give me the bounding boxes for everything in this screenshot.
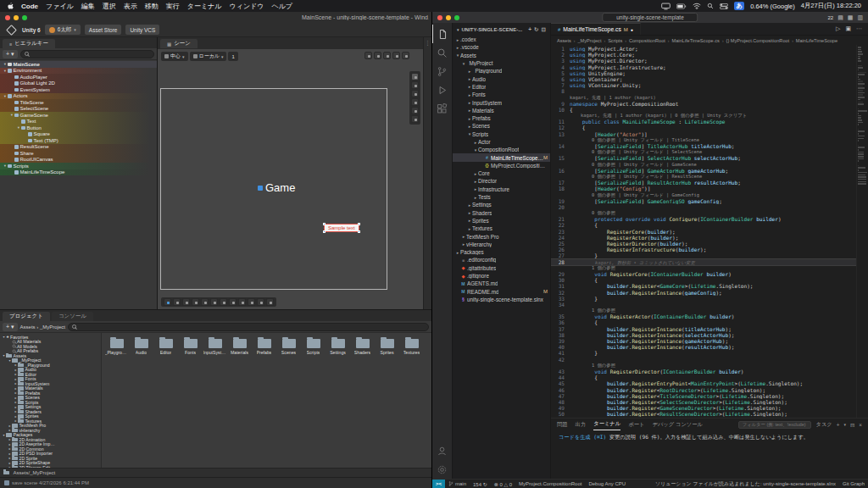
explorer-item[interactable]: MREADME.mdM xyxy=(453,288,550,296)
panel-tab[interactable]: デバッグ コンソール xyxy=(652,419,703,430)
explorer-item[interactable]: ▾Scripts xyxy=(453,130,550,138)
ime-indicator[interactable]: あ xyxy=(734,2,744,10)
refresh-icon[interactable]: ↻ xyxy=(534,26,538,33)
explorer-item[interactable]: ▸TextMesh Pro xyxy=(453,232,550,240)
build-configuration[interactable]: Debug Any CPU xyxy=(585,481,629,486)
control-center-icon[interactable] xyxy=(720,3,728,10)
explorer-item[interactable]: ▸Director xyxy=(453,177,550,185)
explorer-item[interactable]: ▸Infrastructure xyxy=(453,186,550,193)
selection-handle[interactable] xyxy=(323,230,326,233)
selection-handle[interactable] xyxy=(358,230,360,233)
code-line[interactable]: 1using MyProject.Actor; xyxy=(551,46,856,52)
hierarchy-search-input[interactable] xyxy=(20,50,154,58)
hierarchy-item[interactable]: ▾Button xyxy=(0,125,157,131)
hierarchy-item[interactable]: ResultScene xyxy=(0,144,157,151)
explorer-item[interactable]: ▸Prefabs xyxy=(453,114,550,122)
hierarchy-item[interactable]: AudioPlayer xyxy=(0,74,157,80)
hierarchy-item[interactable]: Share xyxy=(0,150,157,157)
game-title-text[interactable]: Game xyxy=(258,181,295,194)
code-line[interactable]: 46 builder.Register<RootDirector>(Lifeti… xyxy=(551,387,856,393)
sample-text-object[interactable]: Sample text xyxy=(324,224,359,232)
hierarchy-tab[interactable]: ≡ヒエラルキー xyxy=(3,39,55,48)
code-line[interactable]: 42 xyxy=(551,357,856,363)
menubar-menu-item[interactable]: 編集 xyxy=(81,2,95,11)
view-options-icon[interactable] xyxy=(402,52,409,59)
project-folder[interactable]: Prefabs xyxy=(252,336,276,355)
code-line[interactable]: 38 builder.RegisterInstance(selectActorH… xyxy=(551,332,856,338)
hierarchy-item[interactable]: Text xyxy=(0,119,157,125)
terminal-content[interactable]: コードを生成 (⌘I) 変更の説明 (96 件)。入力を検証して組み込み、中断は… xyxy=(551,430,868,479)
source-control-icon[interactable] xyxy=(432,62,453,80)
toggle-sidebar-icon[interactable]: ▤ xyxy=(837,14,843,21)
orientation-toggle-button[interactable]: ローカル▾ xyxy=(190,52,227,61)
codelens-line[interactable]: 0 個の参照 | Unity フィールド | SelectScene xyxy=(551,149,856,155)
project-folder[interactable]: Settings xyxy=(326,336,350,355)
close-panel-icon[interactable]: × xyxy=(859,422,862,428)
new-file-icon[interactable]: + xyxy=(528,26,531,33)
codelens-line[interactable]: 0 個の参照 | Unity フィールド | TitleScene xyxy=(551,137,856,143)
new-terminal-icon[interactable]: + xyxy=(837,422,840,428)
hierarchy-item[interactable]: RootUICanvas xyxy=(0,157,157,164)
panel-tab[interactable]: 出力 xyxy=(576,419,587,430)
code-line[interactable]: 30 { xyxy=(551,277,856,283)
menubar-menu-item[interactable]: 表示 xyxy=(124,2,137,11)
scene-camera-icon[interactable] xyxy=(364,52,372,59)
terminal-picker-icon[interactable]: ▾ xyxy=(844,422,847,427)
project-folder[interactable]: Fonts xyxy=(178,336,203,355)
code-line[interactable]: 32 builder.RegisterInstance(gameConfig); xyxy=(551,290,856,296)
code-line[interactable]: 41 } xyxy=(551,350,856,356)
codelens-line[interactable]: 1 個の参照 xyxy=(551,363,856,369)
breadcrumb-item[interactable]: Assets xyxy=(557,38,571,43)
explorer-item[interactable]: ◆.gitignore xyxy=(453,272,550,280)
codelens-line[interactable]: kagari, 先週 | 1 author (kagari) | 0 個の参照 … xyxy=(551,113,856,119)
pan-icon[interactable] xyxy=(164,298,171,306)
hierarchy-item[interactable]: ▾Actors xyxy=(0,93,157,100)
code-line[interactable]: 15 [SerializeField] SelectActorHub selec… xyxy=(551,155,856,161)
breadcrumb-item[interactable]: CompositionRoot xyxy=(629,38,665,43)
code-line[interactable]: 44 { xyxy=(551,374,856,380)
move-tool-icon[interactable] xyxy=(411,81,419,89)
explorer-item[interactable]: ◆.gitattributes xyxy=(453,264,550,272)
code-line[interactable]: 34 xyxy=(551,302,856,308)
scene-canvas[interactable]: 中心▾ ローカル▾ 1 Game Sample text xyxy=(158,48,423,309)
project-folder[interactable]: Shaders xyxy=(350,336,375,355)
breadcrumb-item[interactable]: _MyProject xyxy=(577,38,601,43)
codelens-line[interactable]: kagari, 先週 | 1 author (kagari) xyxy=(551,95,856,101)
explorer-icon[interactable] xyxy=(432,25,453,43)
project-breadcrumb[interactable]: Assets › _MyProject xyxy=(20,324,65,330)
explorer-item[interactable]: ▾_MyProject xyxy=(453,59,550,67)
panel-tab[interactable]: ポート xyxy=(628,419,644,430)
code-line[interactable]: 19 [SerializeField] GameConfigSO gameCon… xyxy=(551,198,856,204)
search-icon[interactable] xyxy=(432,43,453,62)
menubar-menu-item[interactable]: 選択 xyxy=(103,2,116,11)
explorer-item[interactable]: §unity-single-scene-template.slnx xyxy=(453,296,550,303)
rect-tool-icon[interactable] xyxy=(411,107,419,114)
grid-icon[interactable] xyxy=(383,52,391,59)
project-folder[interactable]: _Playground xyxy=(104,336,129,355)
project-folder[interactable]: InputSystem xyxy=(203,336,227,355)
snap-icon[interactable] xyxy=(229,298,236,306)
explorer-item[interactable]: ▸vHierarchy xyxy=(453,241,550,248)
layers-icon[interactable] xyxy=(266,298,274,306)
menubar-menu-item[interactable]: 実行 xyxy=(166,2,180,11)
panel-tab[interactable]: 問題 xyxy=(557,419,568,430)
explorer-item[interactable]: ≡.editorconfig xyxy=(453,256,550,263)
more-actions-icon[interactable]: ⋯ xyxy=(856,25,862,32)
explorer-item[interactable]: ▸Sprites xyxy=(453,217,550,225)
explorer-item[interactable]: ▸_Playground xyxy=(453,67,550,75)
code-line[interactable]: 17 [SerializeField] ResultActorHub resul… xyxy=(551,180,856,186)
explorer-item[interactable]: ▸Scenes xyxy=(453,122,550,130)
code-line[interactable]: 21 protected override void Configure(ICo… xyxy=(551,216,856,222)
menubar-menu-item[interactable]: ファイル xyxy=(46,2,74,11)
codelens-line[interactable]: 1 個の参照 xyxy=(551,265,856,271)
pivot-toggle-button[interactable]: 中心▾ xyxy=(161,52,188,61)
codelens-line[interactable]: 0 個の参照 xyxy=(551,210,856,216)
view-tool-icon[interactable] xyxy=(411,73,419,80)
code-line[interactable]: 9namespace MyProject.CompositionRoot xyxy=(551,101,856,107)
git-graph[interactable]: Git Graph xyxy=(839,481,868,486)
code-line[interactable]: 3using MyProject.Director; xyxy=(551,58,856,64)
code-line[interactable]: 10{ xyxy=(551,107,856,113)
explorer-item[interactable]: ▸Audio xyxy=(453,75,550,82)
hierarchy-item[interactable]: Square xyxy=(0,131,157,138)
scene-tab[interactable]: ▦シーン xyxy=(160,39,198,48)
